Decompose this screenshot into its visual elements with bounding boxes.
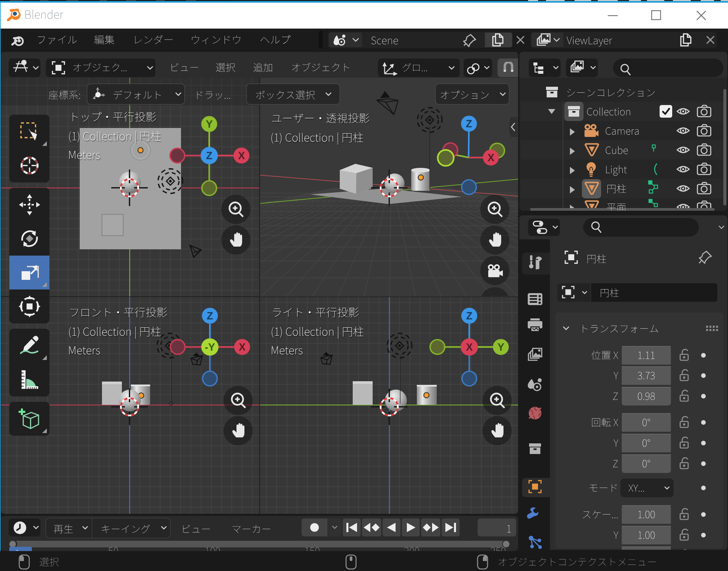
svg-text:Y: Y — [206, 118, 213, 130]
svg-text:Y: Y — [497, 341, 504, 353]
svg-text:Z: Z — [466, 118, 472, 130]
svg-text:Z: Z — [206, 150, 212, 161]
svg-text:X: X — [487, 152, 494, 163]
svg-text:X: X — [466, 341, 473, 353]
svg-text:Z: Z — [207, 310, 213, 322]
svg-text:-Y: -Y — [205, 341, 215, 353]
svg-text:Z: Z — [466, 310, 473, 322]
svg-text:X: X — [238, 150, 245, 161]
svg-text:X: X — [239, 341, 246, 353]
